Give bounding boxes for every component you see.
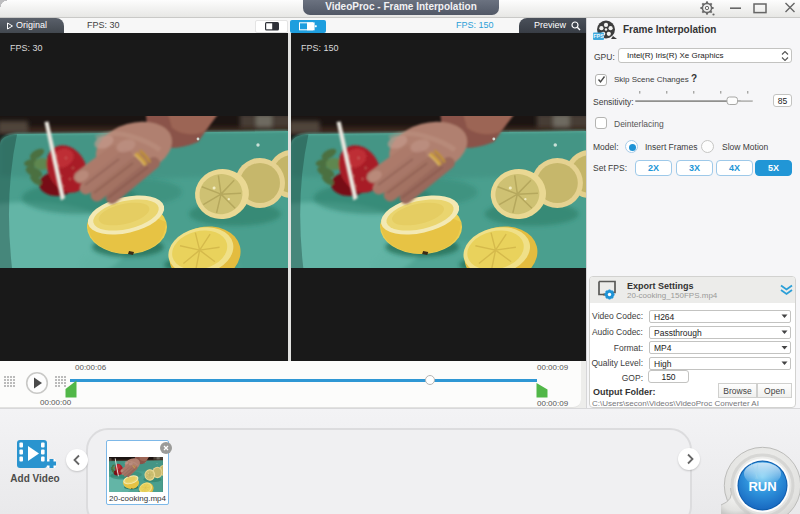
svg-text:FPS: FPS [593, 33, 604, 39]
svg-text:RUN: RUN [748, 479, 776, 494]
